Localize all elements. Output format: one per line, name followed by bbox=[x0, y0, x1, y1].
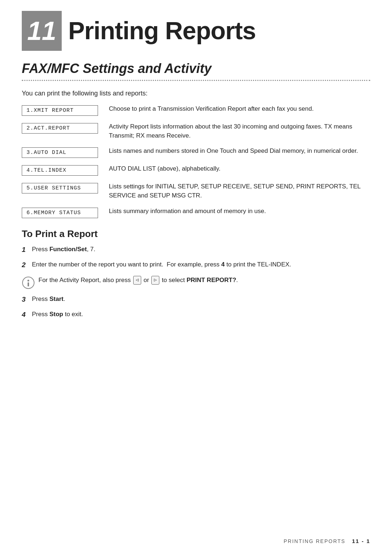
bold-function-set: Function/Set bbox=[49, 246, 87, 253]
bold-print-report: PRINT REPORT? bbox=[187, 277, 236, 283]
report-box-2: 2.ACT.REPORT bbox=[22, 123, 98, 134]
svg-point-1 bbox=[28, 279, 29, 281]
report-desc-2: Activity Report lists information about … bbox=[109, 122, 370, 140]
step-text-3: Press Start. bbox=[32, 294, 370, 304]
report-desc-6: Lists summary information and amount of … bbox=[109, 207, 370, 216]
step-1: 1 Press Function/Set, 7. bbox=[22, 245, 370, 255]
report-desc-4: AUTO DIAL LIST (above), alphabetically. bbox=[109, 164, 370, 174]
main-content: You can print the following lists and re… bbox=[0, 81, 392, 320]
chapter-number: 11 bbox=[22, 11, 62, 51]
page-footer: PRINTING REPORTS 11 - 1 bbox=[0, 538, 392, 544]
intro-text: You can print the following lists and re… bbox=[22, 90, 370, 97]
report-box-1: 1.XMIT REPORT bbox=[22, 105, 98, 116]
subsection-title: To Print a Report bbox=[22, 228, 370, 240]
step-number-4: 4 bbox=[22, 310, 32, 320]
report-box-3: 3.AUTO DIAL bbox=[22, 147, 98, 158]
footer-label: PRINTING REPORTS bbox=[283, 538, 345, 544]
page-header: 11 Printing Reports bbox=[0, 0, 392, 54]
report-row: 2.ACT.REPORT Activity Report lists infor… bbox=[22, 122, 370, 140]
tip-text: For the Activity Report, also press ◁ or… bbox=[38, 276, 370, 285]
step-number-2: 2 bbox=[22, 260, 32, 270]
left-arrow-button: ◁ bbox=[133, 276, 141, 285]
step-number-3: 3 bbox=[22, 294, 32, 305]
tip-icon bbox=[22, 276, 35, 289]
report-box-5: 5.USER SETTINGS bbox=[22, 183, 98, 193]
report-row: 6.MEMORY STATUS Lists summary informatio… bbox=[22, 207, 370, 218]
report-desc-5: Lists settings for INITIAL SETUP, SETUP … bbox=[109, 182, 370, 200]
report-row: 3.AUTO DIAL Lists names and numbers stor… bbox=[22, 147, 370, 158]
steps-list-2: 3 Press Start. 4 Press Stop to exit. bbox=[22, 294, 370, 320]
bold-stop: Stop bbox=[49, 311, 63, 318]
report-row: 5.USER SETTINGS Lists settings for INITI… bbox=[22, 182, 370, 200]
step-text-4: Press Stop to exit. bbox=[32, 310, 370, 319]
step-2: 2 Enter the number of the report you wan… bbox=[22, 260, 370, 270]
right-arrow-button: ▷ bbox=[151, 276, 159, 285]
section-subtitle: FAX/MFC Settings and Activity bbox=[22, 61, 370, 78]
footer-page: 11 - 1 bbox=[352, 538, 370, 544]
step-number-1: 1 bbox=[22, 245, 32, 255]
report-table: 1.XMIT REPORT Choose to print a Transmis… bbox=[22, 105, 370, 218]
svg-rect-2 bbox=[28, 282, 29, 286]
step-3: 3 Press Start. bbox=[22, 294, 370, 305]
tip-row: For the Activity Report, also press ◁ or… bbox=[22, 276, 370, 289]
chapter-title: Printing Reports bbox=[68, 18, 256, 44]
report-desc-1: Choose to print a Transmission Verificat… bbox=[109, 105, 370, 114]
step-4: 4 Press Stop to exit. bbox=[22, 310, 370, 320]
report-desc-3: Lists names and numbers stored in One To… bbox=[109, 147, 370, 156]
step-text-1: Press Function/Set, 7. bbox=[32, 245, 370, 254]
steps-list: 1 Press Function/Set, 7. 2 Enter the num… bbox=[22, 245, 370, 270]
report-box-6: 6.MEMORY STATUS bbox=[22, 208, 98, 218]
step-text-2: Enter the number of the report you want … bbox=[32, 260, 370, 269]
bold-4: 4 bbox=[221, 261, 225, 268]
bold-start: Start bbox=[49, 295, 64, 302]
report-row: 4.TEL.INDEX AUTO DIAL LIST (above), alph… bbox=[22, 164, 370, 176]
tip-or: or bbox=[143, 277, 151, 283]
report-row: 1.XMIT REPORT Choose to print a Transmis… bbox=[22, 105, 370, 116]
report-box-4: 4.TEL.INDEX bbox=[22, 165, 98, 176]
